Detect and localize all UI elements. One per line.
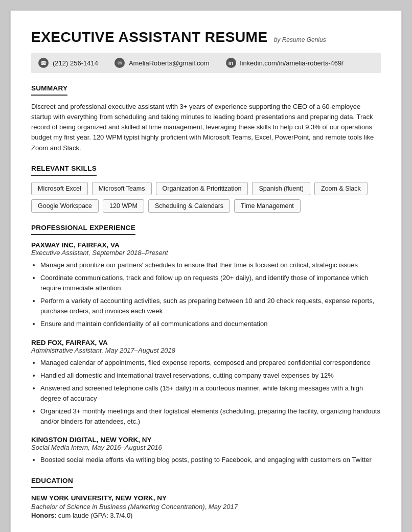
email-text: AmeliaRoberts@gmail.com — [129, 59, 210, 67]
contact-email: ✉ AmeliaRoberts@gmail.com — [115, 58, 210, 68]
skill-tag: Microsoft Teams — [92, 182, 152, 195]
skill-tag: Google Workspace — [31, 199, 99, 213]
skill-tag: 120 WPM — [103, 199, 144, 213]
contact-linkedin: in linkedin.com/in/amelia-roberts-469/ — [226, 58, 344, 68]
job-company: KINGSTON DIGITAL, New York, NY — [31, 436, 381, 444]
skill-tag: Scheduling & Calendars — [148, 199, 230, 213]
resume-document: EXECUTIVE ASSISTANT RESUME by Resume Gen… — [10, 10, 402, 532]
job-bullet: Coordinate communications, track and fol… — [40, 273, 381, 293]
edu-container: NEW YORK UNIVERSITY, New York, NYBachelo… — [31, 494, 381, 519]
education-section: EDUCATION NEW YORK UNIVERSITY, New York,… — [31, 476, 381, 519]
job-company: PAXWAY INC, Fairfax, VA — [31, 241, 381, 249]
experience-section-title: PROFESSIONAL EXPERIENCE — [31, 224, 135, 235]
email-icon: ✉ — [115, 58, 125, 68]
linkedin-icon: in — [226, 58, 236, 68]
skills-section: RELEVANT SKILLS Microsoft ExcelMicrosoft… — [31, 164, 381, 213]
job-title: Executive Assistant, September 2018–Pres… — [31, 249, 381, 257]
job-entry: RED FOX, Fairfax, VAAdministrative Assis… — [31, 339, 381, 427]
by-label: by Resume Genius — [274, 36, 326, 43]
job-bullet: Handled all domestic and international t… — [40, 371, 381, 381]
honors-label: Honors — [31, 512, 55, 519]
phone-icon: ☎ — [38, 58, 49, 68]
education-section-title: EDUCATION — [31, 477, 73, 488]
job-title: Administrative Assistant, May 2017–Augus… — [31, 346, 381, 354]
job-bullet: Manage and prioritize our partners' sche… — [40, 260, 381, 270]
job-entry: PAXWAY INC, Fairfax, VAExecutive Assista… — [31, 241, 381, 330]
skill-tag: Microsoft Excel — [31, 182, 88, 195]
edu-entry: NEW YORK UNIVERSITY, New York, NYBachelo… — [31, 494, 381, 519]
edu-school: NEW YORK UNIVERSITY, New York, NY — [31, 494, 381, 502]
job-bullet: Managed calendar of appointments, filed … — [40, 358, 381, 368]
jobs-container: PAXWAY INC, Fairfax, VAExecutive Assista… — [31, 241, 381, 466]
job-title: Social Media Intern, May 2016–August 201… — [31, 444, 381, 451]
job-bullet: Answered and screened telephone calls (1… — [40, 383, 381, 404]
edu-honors: Honors: cum laude (GPA: 3.7/4.0) — [31, 512, 381, 519]
skill-tag: Time Management — [234, 199, 301, 213]
header-title-row: EXECUTIVE ASSISTANT RESUME by Resume Gen… — [31, 29, 381, 45]
skill-tag: Spanish (fluent) — [252, 182, 310, 195]
skill-tag: Organization & Prioritization — [156, 182, 248, 195]
job-bullet: Ensure and maintain confidentiality of a… — [40, 319, 381, 329]
job-bullets: Boosted social media efforts via writing… — [31, 455, 381, 465]
summary-text: Discreet and professional executive assi… — [31, 102, 381, 153]
skill-tag: Zoom & Slack — [314, 182, 368, 195]
summary-section-title: SUMMARY — [31, 84, 67, 96]
job-bullets: Managed calendar of appointments, filed … — [31, 358, 381, 427]
skills-grid: Microsoft ExcelMicrosoft TeamsOrganizati… — [31, 182, 381, 213]
summary-section: SUMMARY Discreet and professional execut… — [31, 83, 381, 153]
linkedin-text: linkedin.com/in/amelia-roberts-469/ — [240, 59, 344, 67]
job-company: RED FOX, Fairfax, VA — [31, 339, 381, 346]
job-bullet: Boosted social media efforts via writing… — [40, 455, 381, 465]
edu-degree: Bachelor of Science in Business (Marketi… — [31, 503, 381, 511]
job-entry: KINGSTON DIGITAL, New York, NYSocial Med… — [31, 436, 381, 465]
job-bullets: Manage and prioritize our partners' sche… — [31, 260, 381, 330]
job-bullet: Perform a variety of accounting activiti… — [40, 296, 381, 316]
job-bullet: Organized 3+ monthly meetings and their … — [40, 406, 381, 427]
phone-text: (212) 256-1414 — [53, 59, 98, 67]
resume-main-title: EXECUTIVE ASSISTANT RESUME — [31, 29, 268, 45]
contact-bar: ☎ (212) 256-1414 ✉ AmeliaRoberts@gmail.c… — [31, 53, 381, 73]
experience-section: PROFESSIONAL EXPERIENCE PAXWAY INC, Fair… — [31, 223, 381, 466]
contact-phone: ☎ (212) 256-1414 — [38, 58, 98, 68]
skills-section-title: RELEVANT SKILLS — [31, 165, 97, 176]
